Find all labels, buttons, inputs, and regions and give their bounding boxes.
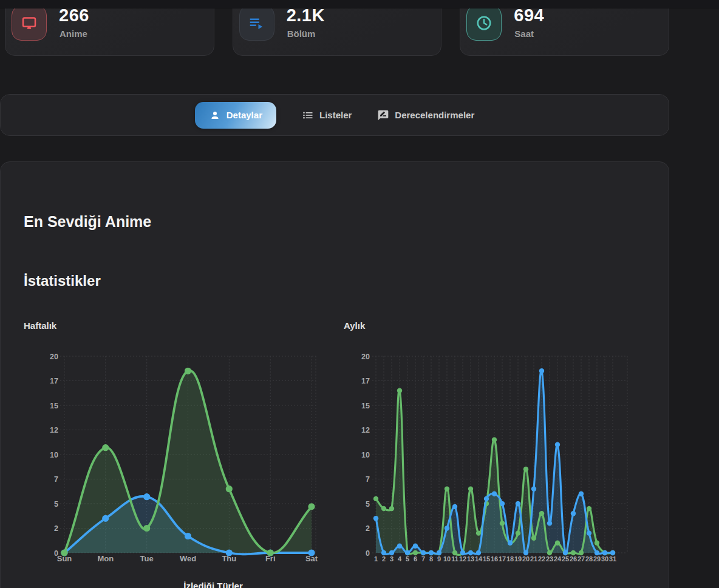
svg-text:15: 15 (50, 402, 58, 410)
svg-text:31: 31 (609, 555, 616, 563)
svg-text:Thu: Thu (222, 554, 236, 563)
svg-text:26: 26 (570, 555, 577, 563)
y-axis-labels: 02571012151720 (50, 353, 58, 558)
y-axis-labels: 02571012151720 (361, 353, 370, 558)
person-icon (209, 109, 221, 121)
watched-genres-title: İzlediği Türler (19, 581, 407, 588)
favorite-anime-title: En Sevdiği Anime (24, 213, 151, 231)
svg-text:12: 12 (459, 555, 466, 563)
svg-text:7: 7 (54, 475, 58, 484)
tab-ratings[interactable]: Derecelendirmeler (377, 109, 474, 121)
rate-review-icon (377, 109, 389, 121)
svg-text:17: 17 (361, 377, 370, 385)
tab-details-label: Detaylar (227, 110, 262, 120)
svg-text:18: 18 (506, 555, 514, 563)
svg-text:9: 9 (437, 555, 441, 563)
svg-text:3: 3 (390, 555, 394, 563)
svg-text:22: 22 (538, 555, 545, 563)
tab-lists[interactable]: Listeler (302, 109, 352, 121)
hours-count: 694 (514, 7, 544, 24)
svg-text:25: 25 (562, 555, 569, 563)
top-bar (0, 0, 719, 8)
playlist-icon-box (239, 5, 274, 41)
svg-text:15: 15 (483, 555, 490, 563)
svg-text:5: 5 (406, 555, 409, 563)
weekly-green-area (64, 371, 312, 553)
svg-text:Sun: Sun (57, 554, 72, 563)
episode-count: 2.1K (287, 7, 325, 24)
svg-text:10: 10 (443, 555, 451, 563)
svg-text:21: 21 (530, 555, 537, 563)
svg-text:10: 10 (361, 451, 370, 459)
svg-text:30: 30 (601, 555, 608, 563)
svg-text:7: 7 (421, 555, 425, 563)
list-icon (302, 109, 314, 121)
svg-text:24: 24 (554, 555, 562, 563)
svg-text:0: 0 (366, 549, 370, 558)
svg-text:Wed: Wed (180, 554, 196, 563)
svg-text:Tue: Tue (140, 554, 154, 563)
svg-text:15: 15 (361, 402, 370, 410)
weekly-chart-title: Haftalık (24, 320, 56, 331)
svg-text:20: 20 (522, 555, 530, 563)
svg-text:16: 16 (491, 555, 498, 563)
svg-text:5: 5 (54, 500, 58, 509)
svg-text:20: 20 (361, 353, 370, 361)
x-axis-labels: 1234567891011121314151617181920212223242… (374, 555, 616, 563)
weekly-chart: 02571012151720SunMonTueWedThuFriSat (18, 339, 321, 567)
monthly-chart-title: Aylık (344, 320, 365, 331)
svg-text:2: 2 (54, 524, 58, 533)
tab-details[interactable]: Detaylar (195, 102, 276, 129)
tv-icon-box (12, 5, 47, 41)
clock-icon-box (466, 5, 502, 41)
svg-text:17: 17 (50, 377, 58, 385)
svg-text:1: 1 (374, 555, 378, 563)
svg-text:28: 28 (585, 555, 593, 563)
svg-text:Mon: Mon (97, 554, 114, 563)
svg-text:Fri: Fri (265, 554, 276, 563)
svg-text:2: 2 (382, 555, 386, 563)
svg-text:19: 19 (514, 555, 522, 563)
svg-text:6: 6 (414, 555, 417, 563)
hours-count-label: Saat (514, 29, 534, 39)
svg-text:12: 12 (50, 426, 58, 434)
monthly-chart: 0257101215172012345678910111213141516171… (339, 339, 650, 567)
svg-text:20: 20 (50, 353, 58, 361)
svg-text:5: 5 (366, 500, 370, 509)
svg-text:17: 17 (499, 555, 506, 563)
svg-text:12: 12 (361, 426, 370, 434)
svg-text:2: 2 (366, 524, 370, 533)
svg-text:27: 27 (578, 555, 585, 563)
x-axis-labels: SunMonTueWedThuFriSat (57, 554, 318, 563)
svg-text:8: 8 (429, 555, 433, 563)
tab-bar: Detaylar Listeler Derecelendirmeler (0, 94, 669, 136)
svg-text:11: 11 (451, 555, 458, 563)
episode-count-label: Bölüm (287, 29, 316, 39)
svg-text:29: 29 (593, 555, 601, 563)
svg-text:10: 10 (50, 451, 58, 459)
svg-text:Sat: Sat (305, 554, 318, 563)
statistics-card: En Sevdiği Anime İstatistikler Haftalık … (0, 161, 669, 588)
svg-text:23: 23 (546, 555, 553, 563)
playlist-icon (248, 14, 266, 32)
tv-icon (20, 14, 38, 32)
statistics-title: İstatistikler (24, 272, 101, 289)
svg-text:7: 7 (366, 475, 370, 484)
anime-count-label: Anime (60, 29, 87, 39)
svg-text:14: 14 (475, 555, 483, 563)
clock-icon (475, 14, 493, 32)
tab-lists-label: Listeler (319, 110, 352, 120)
anime-count: 266 (59, 7, 89, 24)
tab-ratings-label: Derecelendirmeler (395, 110, 474, 120)
svg-text:4: 4 (398, 555, 402, 563)
svg-text:13: 13 (467, 555, 474, 563)
